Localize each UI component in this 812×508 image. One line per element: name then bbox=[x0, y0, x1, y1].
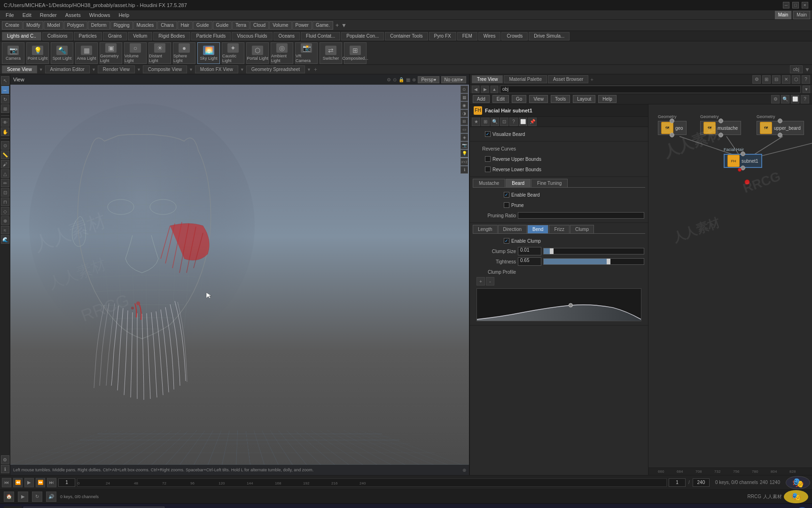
shelf-tab-lights[interactable]: Lights and C.. bbox=[2, 32, 41, 40]
path-up-button[interactable]: ▲ bbox=[491, 86, 498, 93]
prop-tool-cols[interactable]: ⊞ bbox=[481, 118, 490, 126]
file-explorer-icon[interactable]: 📁 bbox=[206, 505, 223, 508]
paint-tool[interactable]: 🖌 bbox=[1, 160, 9, 168]
polygon-btn[interactable]: Polygon bbox=[64, 21, 87, 30]
menu-assets[interactable]: Assets bbox=[62, 11, 85, 19]
tab-geometry-spreadsheet[interactable]: Geometry Spreadsheet bbox=[246, 65, 305, 73]
extrude-tool[interactable]: ⊓ bbox=[1, 198, 9, 206]
terminal-icon[interactable]: ⬛ bbox=[337, 505, 354, 508]
muscles-btn[interactable]: Muscles bbox=[133, 21, 157, 30]
calendar-icon[interactable]: 📅 bbox=[262, 505, 279, 508]
shelf-tab-fem[interactable]: FEM bbox=[457, 32, 477, 40]
enable-clump-checkbox[interactable]: ✓ bbox=[504, 238, 509, 244]
viewport-info-btn[interactable]: ℹ bbox=[461, 166, 468, 174]
shelf-tab-populate[interactable]: Populate Con... bbox=[341, 32, 384, 40]
measure-tool[interactable]: 📏 bbox=[1, 151, 9, 159]
pruning-ratio-slider[interactable] bbox=[518, 212, 644, 219]
rotate-tool[interactable]: ↻ bbox=[1, 95, 9, 103]
tab-animation-editor[interactable]: Animation Editor bbox=[45, 65, 90, 73]
subnet1-input-port[interactable] bbox=[741, 151, 745, 156]
panel-settings-icon[interactable]: ⚙ bbox=[752, 75, 761, 84]
viewport-render-btn[interactable]: ◉ bbox=[461, 102, 468, 109]
panel-action-settings[interactable]: ⚙ bbox=[771, 95, 780, 103]
timeline-start-btn[interactable]: ⏮ bbox=[2, 478, 11, 487]
bend-tab-direction[interactable]: Direction bbox=[498, 225, 527, 233]
action-view[interactable]: View bbox=[529, 95, 548, 103]
bend-tab-clump[interactable]: Clump bbox=[570, 225, 594, 233]
panel-action-search[interactable]: 🔍 bbox=[781, 95, 789, 103]
shelf-tab-crowds[interactable]: Crowds bbox=[501, 32, 528, 40]
taskbar-search-box[interactable]: 🔍 Type here to search 🎤 bbox=[23, 507, 164, 508]
shelf-tab-oceans[interactable]: Oceans bbox=[273, 32, 300, 40]
boolean-tool[interactable]: ⊕ bbox=[1, 216, 9, 225]
shelf-tab-particles[interactable]: Particles bbox=[74, 32, 102, 40]
terra-btn[interactable]: Terra bbox=[232, 21, 250, 30]
prop-tool-copy[interactable]: ⊡ bbox=[500, 118, 508, 126]
tab-mustache[interactable]: Mustache bbox=[473, 179, 505, 187]
task-view-icon[interactable]: ⊞ bbox=[168, 505, 185, 508]
snap-icon[interactable]: ⊙ bbox=[393, 77, 397, 82]
main-label[interactable]: Main bbox=[793, 11, 810, 19]
sim-tool[interactable]: 🌊 bbox=[1, 235, 9, 244]
visualize-beard-checkbox[interactable]: ✓ bbox=[485, 131, 491, 137]
action-go[interactable]: Go bbox=[512, 95, 526, 103]
scale-tool[interactable]: ⊞ bbox=[1, 104, 9, 113]
upper-beard-output-port[interactable] bbox=[778, 133, 782, 137]
tool-geometry-light[interactable]: ▣ Geometry Light bbox=[100, 42, 122, 64]
tool-ambient-light[interactable]: ◎ Ambient Light bbox=[271, 42, 293, 64]
timeline-track[interactable]: 0 24 48 72 96 120 144 168 192 216 240 bbox=[77, 478, 667, 487]
modify-btn[interactable]: Modify bbox=[23, 21, 43, 30]
viewport-grid-btn[interactable]: ⊞ bbox=[461, 118, 468, 125]
menu-edit[interactable]: Edit bbox=[19, 11, 35, 19]
action-tools[interactable]: Tools bbox=[551, 95, 570, 103]
path-back-button[interactable]: ◀ bbox=[472, 86, 479, 93]
enable-beard-checkbox[interactable]: ✓ bbox=[504, 192, 509, 198]
reverse-lower-checkbox[interactable] bbox=[485, 167, 491, 172]
lock-icon[interactable]: 🔒 bbox=[398, 77, 404, 82]
model-btn[interactable]: Model bbox=[44, 21, 63, 30]
display-icon[interactable]: ▦ bbox=[406, 77, 410, 82]
cam-dropdown[interactable]: No cam▾ bbox=[441, 76, 466, 83]
bevel-tool[interactable]: ◇ bbox=[1, 207, 9, 215]
shelf-tab-collisions[interactable]: Collisions bbox=[42, 32, 73, 40]
minimize-button[interactable]: ─ bbox=[783, 2, 789, 8]
timeline-next-btn[interactable]: ⏩ bbox=[36, 478, 45, 487]
sculpt-tool[interactable]: △ bbox=[1, 169, 9, 178]
menu-help[interactable]: Help bbox=[115, 11, 133, 19]
tab-beard[interactable]: Beard bbox=[506, 179, 531, 187]
obj-selector[interactable]: obj bbox=[790, 65, 803, 73]
settings-tool[interactable]: ⚙ bbox=[1, 455, 9, 464]
snap-tool[interactable]: ⊙ bbox=[1, 141, 9, 150]
pose-tool[interactable]: ✋ bbox=[1, 127, 9, 136]
game-btn[interactable]: Game. bbox=[312, 21, 333, 30]
add-panel-tab[interactable]: + bbox=[589, 77, 594, 82]
shelf-tab-vellum[interactable]: Vellum bbox=[128, 32, 152, 40]
timeline-play-btn[interactable]: ▶ bbox=[24, 478, 34, 487]
tab-material-palette[interactable]: Material Palette bbox=[504, 75, 547, 83]
shelf-tab-container[interactable]: Container Tools bbox=[385, 32, 428, 40]
shelf-tab-wires[interactable]: Wires bbox=[478, 32, 501, 40]
perspective-dropdown[interactable]: Persp▾ bbox=[418, 76, 439, 83]
bend-tab-bend[interactable]: Bend bbox=[527, 225, 548, 233]
tightness-input[interactable]: 0.65 bbox=[518, 257, 541, 266]
action-help[interactable]: Help bbox=[598, 95, 617, 103]
tab-scene-view[interactable]: Scene View bbox=[2, 65, 37, 73]
guide-btn1[interactable]: Guide bbox=[193, 21, 212, 30]
status-audio-btn[interactable]: 🔊 bbox=[46, 492, 56, 502]
volume-btn[interactable]: Volume bbox=[269, 21, 291, 30]
prop-tool-help[interactable]: ? bbox=[509, 118, 518, 126]
viewport-snap-btn[interactable]: ⊙ bbox=[461, 86, 468, 93]
settings-icon[interactable]: ⚙ bbox=[387, 77, 391, 82]
tab-fine-tuning[interactable]: Fine Tuning bbox=[531, 179, 568, 187]
action-edit[interactable]: Edit bbox=[492, 95, 509, 103]
action-add[interactable]: Add bbox=[473, 95, 490, 103]
edit-tool[interactable]: ✏ bbox=[1, 179, 9, 187]
shelf-tab-pyro[interactable]: Pyro FX bbox=[429, 32, 456, 40]
viewport-shading-btn[interactable]: ◑ bbox=[461, 110, 468, 117]
end-frame-input[interactable] bbox=[693, 478, 710, 487]
menu-file[interactable]: File bbox=[2, 11, 18, 19]
mustache-input-port[interactable] bbox=[718, 119, 723, 123]
tool-distant-light[interactable]: ☀ Distant Light bbox=[148, 42, 171, 64]
viewport-cam-btn[interactable]: 📷 bbox=[461, 142, 468, 149]
start-button[interactable] bbox=[4, 506, 22, 508]
